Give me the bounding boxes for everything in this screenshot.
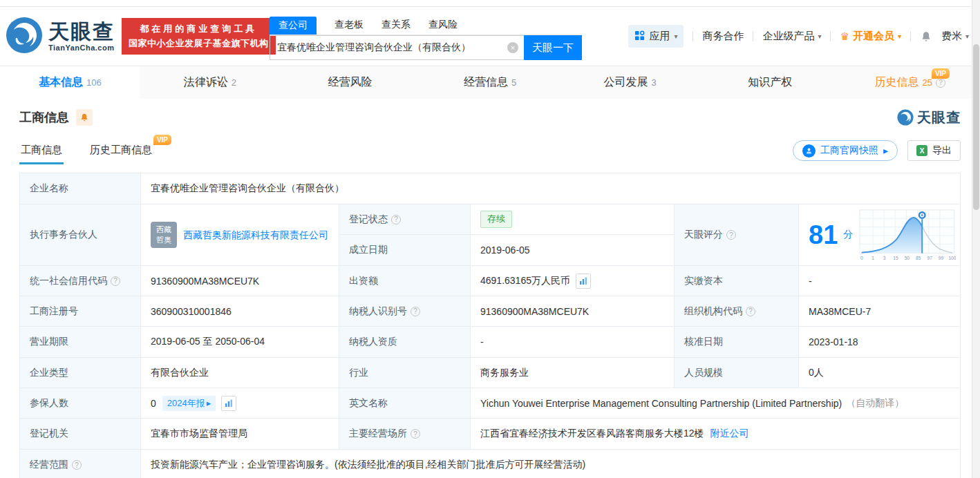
subtab-history-business-info[interactable]: VIP 历史工商信息 <box>88 144 153 164</box>
label-org-code: 组织机构代码 ? <box>675 296 799 327</box>
insured-trend-icon[interactable] <box>221 396 236 411</box>
avatar-text: 哲奥 <box>156 235 171 245</box>
nav-divider <box>692 31 693 41</box>
value-text: 商务服务业 <box>480 367 529 379</box>
clear-search-icon[interactable]: × <box>507 42 518 53</box>
avatar-text: 西藏 <box>156 224 171 235</box>
search-button[interactable]: 天眼一下 <box>524 35 582 60</box>
code-text: MA38MCEU-7 <box>809 306 871 317</box>
section-title: 工商信息 <box>19 109 69 126</box>
arrow-right-icon: ▸ <box>883 145 888 156</box>
help-icon[interactable]: ? <box>726 230 736 240</box>
capital-text: 4691.63165万人民币 <box>480 275 570 287</box>
tab-count: 25 <box>923 77 932 88</box>
tab-operating-info[interactable]: 经营信息 5 <box>420 66 560 99</box>
value-registration-status: 存续 <box>471 204 675 235</box>
subtab-label: 历史工商信息 <box>90 144 152 155</box>
value-paid-capital: - <box>799 266 961 296</box>
label-tianyan-score: 天眼评分 ? <box>675 204 799 266</box>
label-text: 登记状态 <box>349 213 388 226</box>
help-icon[interactable]: ? <box>746 307 755 316</box>
partner-company-link[interactable]: 西藏哲奥新能源科技有限责任公司 <box>183 228 328 242</box>
label-text: 组织机构代码 <box>684 305 742 318</box>
help-icon[interactable]: ? <box>391 215 401 224</box>
logo-domain: TianYanCha.com <box>48 44 115 52</box>
label-company-name: 企业名称 <box>20 173 141 204</box>
score-distribution-chart: 0131550859799100 <box>858 207 956 262</box>
search-tab-risk[interactable]: 查风险 <box>428 19 458 35</box>
value-business-scope: 投资新能源汽车产业；企业管理咨询服务。(依法须经批准的项目,经相关部门批准后方可… <box>141 450 961 478</box>
svg-text:15: 15 <box>894 256 899 260</box>
label-establishment-date: 成立日期 <box>339 235 471 266</box>
partner-avatar[interactable]: 西藏 哲奥 <box>151 222 177 248</box>
label-english-name: 英文名称 <box>339 388 471 419</box>
help-icon[interactable]: ? <box>411 307 420 316</box>
value-company-name: 宜春优唯企业管理咨询合伙企业（有限合伙） <box>141 173 961 204</box>
value-text: 有限合伙企业 <box>151 367 209 379</box>
company-tabs: 基本信息 106 法律诉讼 2 经营风险 经营信息 5 公司发展 3 知识产权 … <box>0 66 980 99</box>
tab-intellectual-property[interactable]: 知识产权 <box>700 66 840 99</box>
help-icon[interactable]: ? <box>936 78 945 88</box>
tab-operating-risk[interactable]: 经营风险 <box>280 66 420 99</box>
label-text: 企业名称 <box>30 182 68 195</box>
official-snapshot-button[interactable]: 工商官网快照 ▸ <box>793 140 898 161</box>
nearby-companies-link[interactable]: 附近公司 <box>710 428 749 440</box>
help-icon[interactable]: ? <box>72 460 82 470</box>
vip-badge: VIP <box>153 135 171 145</box>
tab-history-info[interactable]: VIP 历史信息 25 ? <box>840 66 980 99</box>
subtab-row: 工商信息 VIP 历史工商信息 工商官网快照 ▸ X 导出 <box>19 137 961 164</box>
authority-text: 宜春市市场监督管理局 <box>151 428 247 440</box>
table-actions: 工商官网快照 ▸ X 导出 <box>793 140 961 164</box>
label-text: 英文名称 <box>349 397 388 410</box>
enterprise-label: 企业级产品 <box>762 30 814 43</box>
label-paid-capital: 实缴资本 <box>675 266 799 296</box>
tab-basic-info[interactable]: 基本信息 106 <box>0 66 140 99</box>
label-approval-date: 核准日期 <box>675 327 799 358</box>
subscribe-bell-button[interactable] <box>76 109 93 126</box>
watermark-logo-text: 天眼查 <box>917 108 961 127</box>
stamp-icon <box>802 144 816 157</box>
label-text: 行业 <box>349 367 368 379</box>
badge-text: 2024年报 <box>167 397 205 410</box>
label-text: 工商注册号 <box>30 305 78 318</box>
value-insured-count: 0 2024年报 ▸ <box>141 388 339 419</box>
value-taxpayer-qualification: - <box>471 327 675 358</box>
label-text: 主要经营场所 <box>349 428 407 440</box>
apps-grid-icon <box>634 30 645 43</box>
help-icon[interactable]: ? <box>111 276 120 286</box>
value-tianyan-score[interactable]: 81 分 <box>799 204 961 266</box>
user-menu[interactable]: 费米 ▾ <box>941 30 969 43</box>
search-tab-company[interactable]: 查公司 <box>270 17 317 35</box>
export-label: 导出 <box>932 144 952 157</box>
svg-text:97: 97 <box>927 256 933 260</box>
search-tab-boss[interactable]: 查老板 <box>334 19 364 35</box>
svg-text:50: 50 <box>905 256 910 260</box>
help-icon[interactable]: ? <box>411 429 420 439</box>
search-tab-relation[interactable]: 查关系 <box>381 19 411 35</box>
nav-enterprise-products[interactable]: 企业级产品 ▾ <box>762 30 821 43</box>
svg-text:0: 0 <box>860 256 863 260</box>
main-content: 工商信息 天眼查 工商信息 VIP 历史工商信息 <box>0 108 980 478</box>
tab-legal-proceedings[interactable]: 法律诉讼 2 <box>140 66 281 99</box>
scrollbar-thumb[interactable] <box>973 44 979 210</box>
nav-cooperation[interactable]: 商务合作 <box>702 30 744 43</box>
notifications-bell-icon[interactable] <box>920 30 932 43</box>
subtab-business-info[interactable]: 工商信息 <box>19 144 64 164</box>
annual-report-badge[interactable]: 2024年报 ▸ <box>162 396 216 411</box>
search-box: × <box>270 35 524 60</box>
label-registration-authority: 登记机关 <box>20 419 141 450</box>
label-text: 纳税人识别号 <box>349 305 407 318</box>
capital-trend-icon[interactable] <box>576 274 591 289</box>
search-input[interactable] <box>277 42 507 53</box>
export-button[interactable]: X 导出 <box>907 140 961 161</box>
tianyancha-logo[interactable]: 天眼查 TianYanCha.com <box>6 17 115 57</box>
chevron-down-icon: ▾ <box>898 32 901 40</box>
search-tabs: 查公司 查老板 查关系 查风险 <box>270 17 582 35</box>
tab-company-development[interactable]: 公司发展 3 <box>560 66 700 99</box>
open-vip-button[interactable]: ♛ 开通会员 ▾ <box>840 30 901 43</box>
page-scrollbar[interactable] <box>972 0 980 478</box>
svg-text:85: 85 <box>916 256 921 260</box>
label-text: 核准日期 <box>684 336 723 348</box>
number-text: 360900310001846 <box>151 306 232 317</box>
apps-menu[interactable]: 应用 ▾ <box>628 25 684 48</box>
